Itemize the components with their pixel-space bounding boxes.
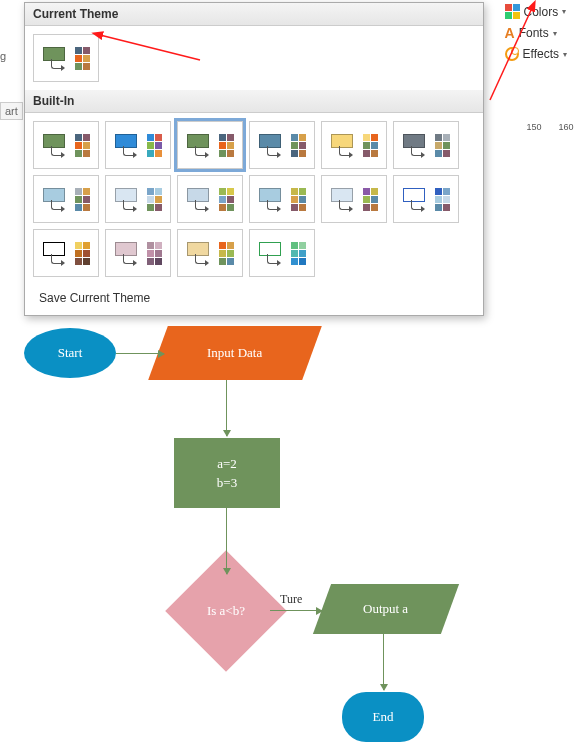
theme-shape-icon <box>187 242 215 264</box>
cropped-text: g <box>0 50 23 62</box>
theme-swatches <box>219 242 234 265</box>
chevron-down-icon: ▾ <box>563 50 567 59</box>
theme-thumb-13[interactable] <box>105 229 171 277</box>
theme-swatches <box>435 188 450 211</box>
flowchart-canvas[interactable]: Start Input Data a=2 b=3 Is a<b? Output … <box>0 300 575 749</box>
builtin-header: Built-In <box>25 90 483 113</box>
theme-swatches <box>219 188 234 211</box>
theme-gallery-panel: Current Theme Built-In Save Current Them… <box>24 2 484 316</box>
ruler-tick: 150 <box>525 122 543 132</box>
flowchart-start-node[interactable]: Start <box>24 328 116 378</box>
theme-swatches <box>363 188 378 211</box>
theme-thumb-14[interactable] <box>177 229 243 277</box>
effects-dropdown[interactable]: Effects ▾ <box>501 45 571 63</box>
theme-shape-icon <box>43 134 71 156</box>
theme-shape-icon <box>115 188 143 210</box>
effects-icon <box>505 47 519 61</box>
theme-thumb-5[interactable] <box>393 121 459 169</box>
theme-swatches <box>219 134 234 157</box>
theme-thumb-2[interactable] <box>177 121 243 169</box>
current-theme-grid <box>25 26 483 90</box>
theme-shape-icon <box>403 134 431 156</box>
theme-shape-icon <box>259 134 287 156</box>
theme-swatches <box>363 134 378 157</box>
theme-thumb-7[interactable] <box>105 175 171 223</box>
ruler-tick: 160 <box>557 122 575 132</box>
theme-thumb-15[interactable] <box>249 229 315 277</box>
theme-swatches <box>75 242 90 265</box>
theme-thumb-8[interactable] <box>177 175 243 223</box>
theme-swatches <box>291 242 306 265</box>
node-label: Input Data <box>207 345 262 361</box>
fonts-dropdown[interactable]: A Fonts ▾ <box>501 23 571 43</box>
node-label: Start <box>58 345 83 361</box>
theme-thumb-0[interactable] <box>33 121 99 169</box>
theme-swatches <box>75 47 90 70</box>
builtin-theme-grid <box>25 113 483 285</box>
theme-swatches <box>147 188 162 211</box>
flowchart-connector[interactable] <box>226 508 227 574</box>
theme-shape-icon <box>259 242 287 264</box>
colors-label: Colors <box>524 5 559 19</box>
node-label: a=2 <box>217 454 237 474</box>
theme-shape-icon <box>187 134 215 156</box>
flowchart-decision-node[interactable]: Is a<b? <box>183 568 269 654</box>
theme-thumb-1[interactable] <box>105 121 171 169</box>
theme-thumb-12[interactable] <box>33 229 99 277</box>
node-label: Output a <box>363 601 408 617</box>
flowchart-process-node[interactable]: a=2 b=3 <box>174 438 280 508</box>
theme-swatches <box>75 134 90 157</box>
theme-swatches <box>291 134 306 157</box>
flowchart-end-node[interactable]: End <box>342 692 424 742</box>
colors-dropdown[interactable]: Colors ▾ <box>501 2 571 21</box>
theme-thumb-6[interactable] <box>33 175 99 223</box>
theme-shape-icon <box>43 188 71 210</box>
ruler: 150 160 <box>525 122 575 132</box>
flowchart-connector[interactable] <box>383 634 384 690</box>
flowchart-connector[interactable] <box>270 610 322 611</box>
chevron-down-icon: ▾ <box>553 29 557 38</box>
theme-shape-icon <box>403 188 431 210</box>
theme-swatches <box>147 242 162 265</box>
fonts-icon: A <box>505 25 515 41</box>
flowchart-connector[interactable] <box>226 380 227 436</box>
theme-swatches <box>147 134 162 157</box>
node-label: Is a<b? <box>207 603 245 619</box>
colors-icon <box>505 4 520 19</box>
fonts-label: Fonts <box>519 26 549 40</box>
current-theme-header: Current Theme <box>25 3 483 26</box>
theme-shape-icon <box>331 188 359 210</box>
chevron-down-icon: ▾ <box>562 7 566 16</box>
theme-thumb-10[interactable] <box>321 175 387 223</box>
theme-swatches <box>435 134 450 157</box>
theme-shape-icon <box>43 242 71 264</box>
cropped-label: art <box>0 102 23 120</box>
theme-thumb-11[interactable] <box>393 175 459 223</box>
connector-label: Ture <box>280 592 302 607</box>
theme-shape-icon <box>187 188 215 210</box>
theme-shape-icon <box>115 134 143 156</box>
theme-thumb-current[interactable] <box>33 34 99 82</box>
theme-thumb-4[interactable] <box>321 121 387 169</box>
theme-shape-icon <box>331 134 359 156</box>
theme-shape-icon <box>115 242 143 264</box>
theme-thumb-3[interactable] <box>249 121 315 169</box>
theme-shape-icon <box>259 188 287 210</box>
flowchart-input-node[interactable]: Input Data <box>148 326 322 380</box>
theme-swatches <box>291 188 306 211</box>
node-label: b=3 <box>217 473 237 493</box>
theme-thumb-9[interactable] <box>249 175 315 223</box>
node-label: End <box>373 709 394 725</box>
effects-label: Effects <box>523 47 559 61</box>
theme-shape-icon <box>43 47 71 69</box>
theme-swatches <box>75 188 90 211</box>
flowchart-output-node[interactable]: Output a <box>313 584 459 634</box>
flowchart-connector[interactable] <box>116 353 164 354</box>
